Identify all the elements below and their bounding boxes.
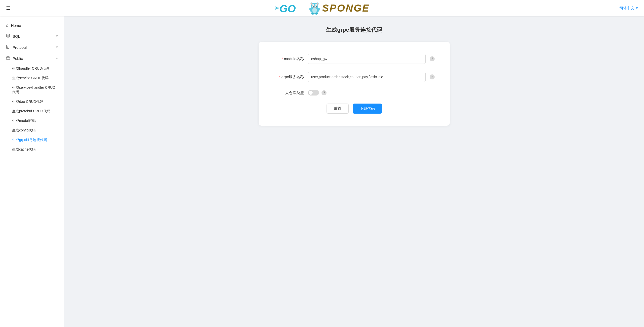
language-selector[interactable]: 简体中文 ▾ (619, 6, 638, 11)
grpc-label: *grpc服务名称 (274, 75, 304, 79)
header: ☰ GO (0, 0, 644, 16)
logo-wrapper: GO (274, 1, 370, 15)
main-content: 生成grpc服务连接代码 *module名称 ? *grpc服务名称 ? (64, 16, 644, 327)
grpc-required-star: * (279, 75, 280, 79)
sidebar-item-home[interactable]: ⌂ Home (0, 20, 64, 31)
sidebar-subitem-handler-crud[interactable]: 生成handler CRUD代码 (0, 64, 64, 73)
sidebar-item-sql-label: SQL (13, 34, 20, 38)
sidebar-item-public[interactable]: Public ∧ (0, 53, 64, 64)
svg-point-16 (317, 3, 318, 5)
svg-point-10 (313, 5, 314, 6)
sidebar-subitem-model-code[interactable]: 生成model代码 (0, 116, 64, 126)
sidebar-item-home-label: Home (11, 23, 21, 28)
grpc-row: *grpc服务名称 ? (274, 72, 435, 82)
form-card: *module名称 ? *grpc服务名称 ? 大仓 (259, 42, 450, 126)
toggle-container: ? (308, 90, 327, 96)
sidebar-item-public-label: Public (13, 56, 23, 61)
sidebar-subitem-config-code[interactable]: 生成config代码 (0, 126, 64, 135)
reset-button[interactable]: 重置 (327, 104, 349, 114)
home-icon: ⌂ (6, 23, 9, 28)
sql-icon (6, 34, 10, 39)
sidebar-subitem-service-handler-crud[interactable]: 生成service+handler CRUD代码 (0, 83, 64, 97)
module-required-star: * (281, 57, 283, 61)
sidebar-subitem-dao-crud[interactable]: 生成dao CRUD代码 (0, 97, 64, 107)
protobuf-chevron-icon: ∨ (56, 45, 58, 49)
svg-point-22 (7, 34, 10, 35)
page-title: 生成grpc服务连接代码 (326, 26, 382, 34)
svg-point-11 (316, 5, 317, 6)
svg-point-17 (312, 8, 317, 13)
warehouse-row: 大仓库类型 ? (274, 90, 435, 96)
svg-rect-27 (6, 57, 10, 59)
svg-point-8 (312, 5, 314, 7)
sidebar-item-protobuf-label: Protobuf (13, 45, 27, 50)
svg-point-9 (315, 5, 317, 7)
language-label: 简体中文 (619, 6, 634, 11)
grpc-input[interactable] (308, 72, 426, 82)
public-chevron-icon: ∧ (56, 57, 58, 60)
sidebar-subitem-service-crud[interactable]: 生成service CRUD代码 (0, 73, 64, 83)
layout: ⌂ Home SQL ∨ (0, 16, 644, 327)
sidebar-subitem-grpc-connection[interactable]: 生成grpc服务连接代码 (0, 135, 64, 145)
form-actions: 重置 下载代码 (274, 104, 435, 114)
svg-point-15 (311, 3, 312, 5)
svg-point-21 (315, 13, 318, 15)
grpc-help-icon[interactable]: ? (430, 74, 435, 79)
module-input[interactable] (308, 54, 426, 64)
module-label: *module名称 (274, 57, 304, 61)
sql-chevron-icon: ∨ (56, 34, 58, 38)
module-help-icon[interactable]: ? (430, 56, 435, 61)
download-button[interactable]: 下载代码 (353, 104, 382, 114)
gopher-icon (307, 1, 321, 15)
sidebar: ⌂ Home SQL ∨ (0, 16, 64, 327)
sidebar-subitem-protobuf-crud[interactable]: 生成protobuf CRUD代码 (0, 107, 64, 116)
sponge-logo-text: SPONGE (322, 3, 370, 14)
module-row: *module名称 ? (274, 54, 435, 64)
sidebar-item-protobuf[interactable]: Protobuf ∨ (0, 42, 64, 53)
language-chevron-icon: ▾ (636, 6, 638, 10)
sidebar-item-sql[interactable]: SQL ∨ (0, 31, 64, 42)
go-logo-svg: GO (274, 2, 307, 15)
menu-icon[interactable]: ☰ (6, 5, 11, 11)
public-icon (6, 56, 10, 61)
warehouse-label: 大仓库类型 (274, 90, 304, 95)
warehouse-help-icon[interactable]: ? (321, 90, 327, 95)
svg-point-20 (311, 13, 314, 15)
protobuf-icon (6, 45, 10, 50)
warehouse-toggle[interactable] (308, 90, 319, 96)
sidebar-subitem-cache-code[interactable]: 生成cache代码 (0, 145, 64, 154)
logo-area: GO (274, 1, 370, 15)
header-left: ☰ (6, 5, 11, 11)
svg-text:GO: GO (279, 3, 296, 15)
